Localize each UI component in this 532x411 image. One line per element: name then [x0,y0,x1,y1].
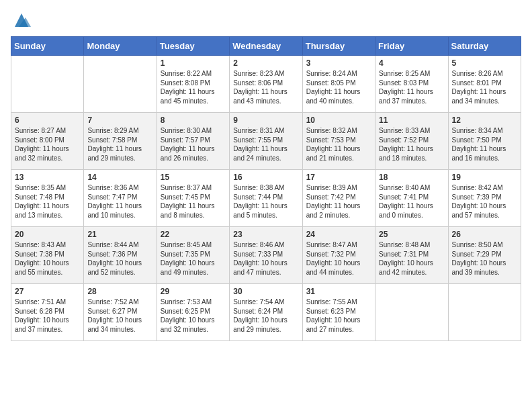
day-number: 8 [161,116,226,125]
day-number: 1 [161,58,226,68]
cell-content: Sunrise: 7:51 AM Sunset: 6:28 PM Dayligh… [15,298,80,334]
calendar-cell: 16Sunrise: 8:38 AM Sunset: 7:44 PM Dayli… [230,170,302,227]
cell-content: Sunrise: 8:24 AM Sunset: 8:05 PM Dayligh… [306,69,371,105]
day-number: 16 [233,173,298,182]
calendar-week-4: 20Sunrise: 8:43 AM Sunset: 7:38 PM Dayli… [11,227,521,284]
cell-content: Sunrise: 8:42 AM Sunset: 7:39 PM Dayligh… [452,183,517,220]
calendar-cell: 22Sunrise: 8:45 AM Sunset: 7:35 PM Dayli… [157,227,229,284]
day-number: 20 [15,230,80,239]
cell-content: Sunrise: 8:22 AM Sunset: 8:08 PM Dayligh… [161,69,226,105]
cell-content: Sunrise: 8:39 AM Sunset: 7:42 PM Dayligh… [306,183,371,220]
cell-content: Sunrise: 8:43 AM Sunset: 7:38 PM Dayligh… [15,240,80,277]
calendar-cell: 28Sunrise: 7:52 AM Sunset: 6:27 PM Dayli… [84,284,157,341]
calendar-cell: 25Sunrise: 8:48 AM Sunset: 7:31 PM Dayli… [375,227,448,284]
day-number: 15 [161,173,226,182]
calendar-cell: 3Sunrise: 8:24 AM Sunset: 8:05 PM Daylig… [302,56,375,113]
cell-content: Sunrise: 8:34 AM Sunset: 7:50 PM Dayligh… [452,126,517,163]
day-number: 31 [306,287,371,296]
calendar-cell: 12Sunrise: 8:34 AM Sunset: 7:50 PM Dayli… [448,113,521,170]
calendar-cell: 14Sunrise: 8:36 AM Sunset: 7:47 PM Dayli… [84,170,157,227]
cell-content: Sunrise: 8:35 AM Sunset: 7:48 PM Dayligh… [15,183,80,220]
cell-content: Sunrise: 8:32 AM Sunset: 7:53 PM Dayligh… [306,126,371,163]
calendar-cell: 30Sunrise: 7:54 AM Sunset: 6:24 PM Dayli… [230,284,302,341]
cell-content: Sunrise: 7:52 AM Sunset: 6:27 PM Dayligh… [87,298,152,334]
cell-content: Sunrise: 8:45 AM Sunset: 7:35 PM Dayligh… [161,240,226,277]
calendar-cell [11,56,84,113]
cell-content: Sunrise: 8:25 AM Sunset: 8:03 PM Dayligh… [379,69,444,105]
calendar-cell: 7Sunrise: 8:29 AM Sunset: 7:58 PM Daylig… [84,113,157,170]
calendar-week-2: 6Sunrise: 8:27 AM Sunset: 8:00 PM Daylig… [11,113,521,170]
calendar-cell: 20Sunrise: 8:43 AM Sunset: 7:38 PM Dayli… [11,227,84,284]
day-number: 17 [306,173,371,182]
calendar-cell: 18Sunrise: 8:40 AM Sunset: 7:41 PM Dayli… [375,170,448,227]
day-number: 7 [87,116,152,125]
cell-content: Sunrise: 8:47 AM Sunset: 7:32 PM Dayligh… [306,240,371,277]
day-number: 11 [379,116,444,125]
weekday-header-wednesday: Wednesday [230,37,302,56]
calendar-week-5: 27Sunrise: 7:51 AM Sunset: 6:28 PM Dayli… [11,284,521,341]
cell-content: Sunrise: 7:55 AM Sunset: 6:23 PM Dayligh… [306,298,371,334]
day-number: 3 [306,58,371,68]
weekday-header-thursday: Thursday [302,37,375,56]
day-number: 6 [15,116,80,125]
day-number: 21 [87,230,152,239]
calendar-cell: 2Sunrise: 8:23 AM Sunset: 8:06 PM Daylig… [230,56,302,113]
cell-content: Sunrise: 8:40 AM Sunset: 7:41 PM Dayligh… [379,183,444,220]
day-number: 10 [306,116,371,125]
calendar-cell: 11Sunrise: 8:33 AM Sunset: 7:52 PM Dayli… [375,113,448,170]
day-number: 4 [379,58,444,68]
calendar-cell: 19Sunrise: 8:42 AM Sunset: 7:39 PM Dayli… [448,170,521,227]
day-number: 12 [452,116,517,125]
cell-content: Sunrise: 8:31 AM Sunset: 7:55 PM Dayligh… [233,126,298,163]
day-number: 2 [233,58,298,68]
calendar-week-3: 13Sunrise: 8:35 AM Sunset: 7:48 PM Dayli… [11,170,521,227]
calendar-cell: 6Sunrise: 8:27 AM Sunset: 8:00 PM Daylig… [11,113,84,170]
cell-content: Sunrise: 7:54 AM Sunset: 6:24 PM Dayligh… [233,298,298,334]
calendar-cell: 23Sunrise: 8:46 AM Sunset: 7:33 PM Dayli… [230,227,302,284]
calendar-cell [84,56,157,113]
calendar-cell: 1Sunrise: 8:22 AM Sunset: 8:08 PM Daylig… [157,56,229,113]
calendar-cell: 15Sunrise: 8:37 AM Sunset: 7:45 PM Dayli… [157,170,229,227]
day-number: 5 [452,58,517,68]
calendar-cell: 26Sunrise: 8:50 AM Sunset: 7:29 PM Dayli… [448,227,521,284]
day-number: 18 [379,173,444,182]
day-number: 24 [306,230,371,239]
calendar-cell: 27Sunrise: 7:51 AM Sunset: 6:28 PM Dayli… [11,284,84,341]
weekday-header-row: SundayMondayTuesdayWednesdayThursdayFrid… [11,37,521,56]
weekday-header-sunday: Sunday [11,37,84,56]
cell-content: Sunrise: 7:53 AM Sunset: 6:25 PM Dayligh… [161,298,226,334]
cell-content: Sunrise: 8:50 AM Sunset: 7:29 PM Dayligh… [452,240,517,277]
calendar-cell: 10Sunrise: 8:32 AM Sunset: 7:53 PM Dayli… [302,113,375,170]
cell-content: Sunrise: 8:27 AM Sunset: 8:00 PM Dayligh… [15,126,80,163]
weekday-header-monday: Monday [84,37,157,56]
calendar-cell: 31Sunrise: 7:55 AM Sunset: 6:23 PM Dayli… [302,284,375,341]
day-number: 9 [233,116,298,125]
day-number: 13 [15,173,80,182]
calendar-cell: 8Sunrise: 8:30 AM Sunset: 7:57 PM Daylig… [157,113,229,170]
logo [11,11,31,30]
calendar-table: SundayMondayTuesdayWednesdayThursdayFrid… [11,36,521,341]
cell-content: Sunrise: 8:37 AM Sunset: 7:45 PM Dayligh… [161,183,226,220]
cell-content: Sunrise: 8:23 AM Sunset: 8:06 PM Dayligh… [233,69,298,105]
cell-content: Sunrise: 8:44 AM Sunset: 7:36 PM Dayligh… [87,240,152,277]
calendar-cell [448,284,521,341]
calendar-cell: 13Sunrise: 8:35 AM Sunset: 7:48 PM Dayli… [11,170,84,227]
weekday-header-friday: Friday [375,37,448,56]
cell-content: Sunrise: 8:33 AM Sunset: 7:52 PM Dayligh… [379,126,444,163]
calendar-cell: 24Sunrise: 8:47 AM Sunset: 7:32 PM Dayli… [302,227,375,284]
calendar-cell: 29Sunrise: 7:53 AM Sunset: 6:25 PM Dayli… [157,284,229,341]
calendar-cell: 5Sunrise: 8:26 AM Sunset: 8:01 PM Daylig… [448,56,521,113]
calendar-cell: 9Sunrise: 8:31 AM Sunset: 7:55 PM Daylig… [230,113,302,170]
day-number: 14 [87,173,152,182]
day-number: 23 [233,230,298,239]
day-number: 30 [233,287,298,296]
calendar-cell [375,284,448,341]
day-number: 25 [379,230,444,239]
calendar-cell: 17Sunrise: 8:39 AM Sunset: 7:42 PM Dayli… [302,170,375,227]
cell-content: Sunrise: 8:48 AM Sunset: 7:31 PM Dayligh… [379,240,444,277]
page-header [11,11,521,30]
day-number: 28 [87,287,152,296]
cell-content: Sunrise: 8:38 AM Sunset: 7:44 PM Dayligh… [233,183,298,220]
calendar-cell: 21Sunrise: 8:44 AM Sunset: 7:36 PM Dayli… [84,227,157,284]
day-number: 27 [15,287,80,296]
